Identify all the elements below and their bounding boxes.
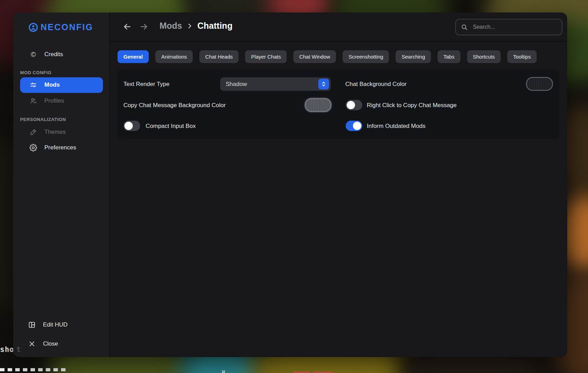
compact-input-box-toggle[interactable] — [123, 121, 140, 131]
tab-shortcuts[interactable]: Shortcuts — [467, 50, 501, 63]
inform-outdated-mods-label: Inform Outdated Mods — [367, 123, 425, 130]
toggle-knob — [347, 101, 355, 109]
section-header-mod-config: MOD CONFIG — [20, 70, 52, 75]
users-icon — [29, 97, 37, 105]
oneconfig-logo: NECONFIG — [28, 22, 93, 32]
back-arrow-button[interactable] — [122, 21, 132, 32]
text-render-type-value: Shadow — [226, 81, 247, 88]
toggle-knob — [124, 122, 133, 130]
logo-text: NECONFIG — [41, 22, 93, 32]
sidebar-item-label: Credits — [44, 51, 63, 58]
chevron-right-icon — [186, 23, 193, 29]
sidebar-item-label: Mods — [44, 81, 60, 88]
sliders-icon — [29, 81, 37, 89]
breadcrumb: Mods Chatting — [159, 21, 233, 31]
right-click-copy-toggle[interactable] — [346, 100, 362, 110]
search-box[interactable] — [455, 19, 562, 35]
tab-bar: General Animations Chat Heads Player Cha… — [118, 50, 537, 63]
tab-tooltips[interactable]: Tooltips — [507, 50, 537, 63]
edit-hud-button[interactable]: Edit HUD — [28, 319, 68, 331]
breadcrumb-mods[interactable]: Mods — [159, 21, 182, 31]
sidebar-item-label: Preferences — [44, 144, 76, 151]
sidebar-item-credits[interactable]: © Credits — [29, 49, 63, 60]
text-render-type-select[interactable]: Shadow — [220, 77, 331, 91]
text-render-type-label: Text Render Type — [123, 81, 170, 88]
copy-chat-bg-color-label: Copy Chat Message Background Color — [123, 102, 226, 109]
tab-searching[interactable]: Searching — [396, 50, 431, 63]
inform-outdated-mods-toggle[interactable] — [346, 121, 362, 131]
sidebar-item-label: Profiles — [44, 97, 64, 104]
sidebar-item-preferences[interactable]: Preferences — [29, 142, 76, 154]
background-bottom-text: H — [222, 370, 225, 373]
sidebar-item-themes[interactable]: Themes — [29, 126, 66, 138]
tab-general[interactable]: General — [118, 50, 149, 63]
background-bottom-dots: ... — [277, 370, 287, 373]
search-input[interactable] — [472, 24, 557, 31]
oneconfig-logo-icon — [28, 23, 38, 32]
close-button[interactable]: Close — [28, 338, 58, 350]
breadcrumb-current: Chatting — [197, 21, 232, 31]
tab-chat-window[interactable]: Chat Window — [293, 50, 336, 63]
toggle-knob — [353, 122, 361, 130]
background-dashed-line — [0, 368, 68, 371]
header-divider — [111, 41, 567, 42]
background-red-text: ▆▆▆▆▆▆ ▆▆▆▆▆▆▆ — [293, 371, 333, 373]
gear-icon — [29, 144, 37, 151]
close-icon — [28, 340, 36, 347]
chevron-up-down-icon[interactable] — [318, 79, 329, 89]
chat-background-color-swatch[interactable] — [526, 77, 553, 91]
close-label: Close — [43, 340, 58, 347]
edit-hud-label: Edit HUD — [43, 321, 68, 328]
layout-icon — [28, 321, 36, 329]
sidebar-item-label: Themes — [44, 129, 66, 136]
forward-arrow-button[interactable] — [139, 21, 149, 32]
right-click-copy-label: Right Click to Copy Chat Message — [367, 102, 457, 109]
background-text-fragment-ghost: t — [16, 345, 21, 354]
settings-card: Text Render Type Shadow Chat Background … — [118, 69, 559, 139]
tab-animations[interactable]: Animations — [155, 50, 193, 63]
section-header-personalization: PERSONALIZATION — [20, 117, 66, 122]
chat-background-color-label: Chat Background Color — [345, 81, 407, 88]
compact-input-box-label: Compact Input Box — [146, 123, 196, 130]
sidebar-item-profiles[interactable]: Profiles — [29, 95, 64, 107]
oneconfig-window: NECONFIG © Credits MOD CONFIG Mods — [13, 12, 567, 357]
sidebar: NECONFIG © Credits MOD CONFIG Mods — [13, 12, 110, 357]
tab-chat-heads[interactable]: Chat Heads — [199, 50, 239, 63]
tab-player-chats[interactable]: Player Chats — [245, 50, 287, 63]
tab-screenshotting[interactable]: Screenshotting — [343, 50, 389, 63]
paintbrush-icon — [29, 128, 37, 136]
tab-tabs[interactable]: Tabs — [438, 50, 460, 63]
search-icon — [461, 24, 468, 31]
sidebar-item-mods[interactable]: Mods — [29, 79, 60, 91]
copy-chat-message-background-color-swatch[interactable] — [305, 98, 331, 112]
copyright-icon: © — [29, 51, 37, 58]
